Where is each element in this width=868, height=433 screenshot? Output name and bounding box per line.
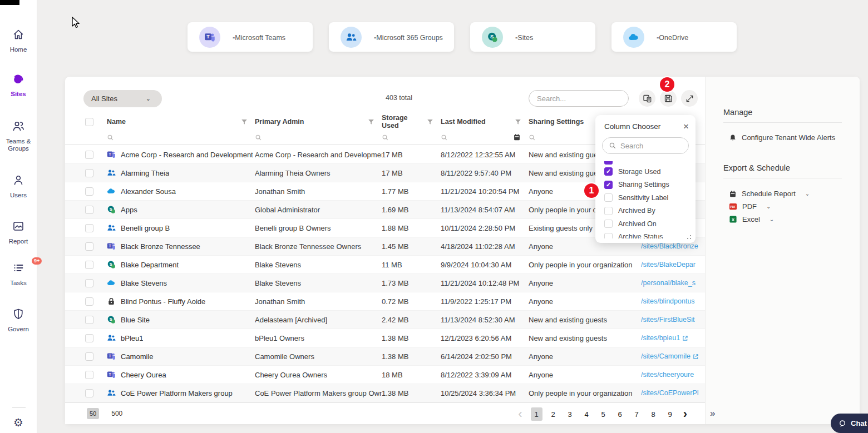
- configure-alerts-link[interactable]: Configure Tenant Wide Alerts: [729, 133, 835, 142]
- column-header-name[interactable]: Name: [107, 118, 126, 126]
- fullscreen-button[interactable]: [681, 90, 698, 107]
- row-checkbox[interactable]: [85, 169, 93, 177]
- row-checkbox[interactable]: [85, 261, 93, 269]
- row-checkbox[interactable]: [85, 352, 93, 361]
- sidebar-item-users[interactable]: Users: [0, 173, 37, 199]
- site-url-link[interactable]: /sites/Camomile: [641, 352, 705, 360]
- column-option[interactable]: Archive Status: [604, 231, 696, 239]
- row-checkbox[interactable]: [85, 389, 93, 397]
- table-row[interactable]: bPleu1 bPleu1 Owners 1.38 MB 12/1/2023 6…: [65, 329, 705, 347]
- site-name[interactable]: Apps: [121, 206, 137, 214]
- page-number[interactable]: 7: [631, 407, 643, 421]
- sidebar-item-report[interactable]: Report: [0, 220, 37, 245]
- site-url-link[interactable]: /personal/blake_s: [641, 279, 705, 287]
- site-name[interactable]: Cheery Ourea: [121, 371, 166, 379]
- site-name[interactable]: Acme Corp - Research and Development: [121, 151, 253, 159]
- column-option[interactable]: Archived On: [604, 217, 696, 231]
- filter-icon[interactable]: [240, 118, 248, 126]
- site-name[interactable]: Camomile: [121, 352, 154, 361]
- column-header-modified[interactable]: Last Modified: [441, 118, 486, 126]
- card-onedrive[interactable]: -OneDrive: [611, 22, 737, 52]
- table-row[interactable]: CoE Power Platform Makers group CoE Powe…: [65, 384, 705, 402]
- page-size-option[interactable]: 50: [87, 408, 99, 419]
- column-option[interactable]: Archived By: [604, 205, 696, 218]
- site-name[interactable]: Blake Department: [121, 261, 179, 269]
- table-row[interactable]: Blind Pontus - Fluffy Aoide Jonathan Smi…: [65, 292, 705, 311]
- column-option[interactable]: Sharing Settings: [604, 178, 696, 192]
- site-name[interactable]: Blind Pontus - Fluffy Aoide: [121, 297, 205, 306]
- table-row[interactable]: Blake Stevens Blake Stevens 1.73 MB 11/2…: [65, 274, 705, 292]
- site-name[interactable]: Black Bronze Tennessee: [121, 242, 200, 251]
- page-number[interactable]: 8: [648, 407, 659, 421]
- card-sites[interactable]: -Sites: [470, 22, 595, 52]
- table-search[interactable]: [529, 90, 629, 107]
- site-url-link[interactable]: /sites/BlackBronze: [641, 242, 705, 250]
- site-name[interactable]: Alexander Sousa: [121, 187, 176, 196]
- column-search-icon[interactable]: [107, 134, 114, 141]
- sidebar-item-home[interactable]: Home: [0, 28, 37, 53]
- site-url-link[interactable]: /sites/CoEPowerPl: [641, 389, 705, 397]
- row-checkbox[interactable]: [85, 242, 93, 251]
- scope-dropdown[interactable]: All Sites ⌄: [83, 90, 162, 107]
- row-checkbox[interactable]: [85, 206, 93, 214]
- site-url-link[interactable]: /sites/bpieu1: [641, 334, 705, 342]
- column-header-primary-admin[interactable]: Primary Admin: [255, 118, 304, 126]
- column-checkbox[interactable]: [604, 193, 613, 202]
- page-number[interactable]: 1: [531, 407, 542, 421]
- table-row[interactable]: Cheery Ourea Cheery Ourea Owners 18 MB 8…: [65, 366, 705, 384]
- calendar-icon[interactable]: [513, 133, 521, 141]
- column-search-icon[interactable]: [382, 134, 389, 141]
- site-url-link[interactable]: /sites/BlakeDepar: [641, 261, 705, 268]
- filter-icon[interactable]: [367, 118, 375, 126]
- row-checkbox[interactable]: [85, 371, 93, 379]
- row-checkbox[interactable]: [85, 224, 93, 232]
- site-url-link[interactable]: /sites/blindpontus: [641, 297, 705, 305]
- site-url-link[interactable]: /sites/FirstBlueSit: [641, 316, 705, 323]
- column-option[interactable]: Sensitivity Label: [604, 191, 696, 205]
- export-excel-dropdown[interactable]: X Excel ⌄: [729, 215, 774, 223]
- export-pdf-dropdown[interactable]: PDF PDF ⌄: [729, 202, 771, 211]
- column-search-icon[interactable]: [255, 134, 262, 141]
- close-icon[interactable]: ×: [683, 123, 689, 131]
- column-checkbox[interactable]: [604, 167, 613, 176]
- page-number[interactable]: 6: [614, 407, 626, 421]
- site-name[interactable]: Alarming Theia: [121, 169, 169, 177]
- table-row[interactable]: Blue Site Adelasteam [Archived] 2.42 MB …: [65, 311, 705, 329]
- column-header-sharing[interactable]: Sharing Settings: [529, 118, 584, 126]
- select-all-checkbox[interactable]: [85, 118, 93, 126]
- site-name[interactable]: Blake Stevens: [121, 279, 167, 287]
- row-checkbox[interactable]: [85, 297, 93, 306]
- column-checkbox[interactable]: [604, 233, 613, 238]
- filter-icon[interactable]: [426, 118, 434, 126]
- page-number[interactable]: 3: [564, 407, 576, 421]
- site-url-link[interactable]: /sites/cheeryoure: [641, 371, 705, 379]
- table-row[interactable]: Blake Department Blake Stevens 11 MB 9/9…: [65, 256, 705, 274]
- sidebar-item-sites[interactable]: Sites: [0, 72, 37, 98]
- page-number[interactable]: 5: [598, 407, 609, 421]
- row-checkbox[interactable]: [85, 279, 93, 287]
- sidebar-item-govern[interactable]: Govern: [0, 307, 37, 333]
- sidebar-item-tasks[interactable]: 9+ Tasks: [0, 261, 37, 287]
- site-name[interactable]: CoE Power Platform Makers group: [121, 389, 233, 397]
- prev-page-icon[interactable]: ‹: [515, 409, 525, 420]
- column-search-icon[interactable]: [441, 134, 448, 141]
- schedule-report-dropdown[interactable]: Schedule Report ⌄: [729, 190, 810, 198]
- row-checkbox[interactable]: [85, 316, 93, 324]
- page-number[interactable]: 2: [548, 407, 559, 421]
- search-input[interactable]: [537, 94, 635, 103]
- column-search-input[interactable]: [620, 142, 676, 150]
- filter-icon[interactable]: [514, 118, 522, 126]
- site-name[interactable]: bPleu1: [121, 334, 143, 342]
- resize-handle[interactable]: [690, 238, 691, 239]
- column-checkbox[interactable]: [604, 207, 613, 215]
- row-checkbox[interactable]: [85, 151, 93, 159]
- sidebar-item-teams-groups[interactable]: Teams & Groups: [0, 120, 37, 152]
- column-option[interactable]: Storage Used: [604, 165, 696, 178]
- card-m365-groups[interactable]: -Microsoft 365 Groups: [329, 22, 454, 52]
- site-name[interactable]: Blue Site: [121, 316, 150, 324]
- column-chooser-search[interactable]: [602, 137, 689, 154]
- site-name[interactable]: Benelli group B: [121, 224, 170, 232]
- card-microsoft-teams[interactable]: -Microsoft Teams: [188, 22, 313, 52]
- page-size-option[interactable]: 500: [108, 407, 125, 420]
- column-chooser-button[interactable]: [639, 90, 655, 107]
